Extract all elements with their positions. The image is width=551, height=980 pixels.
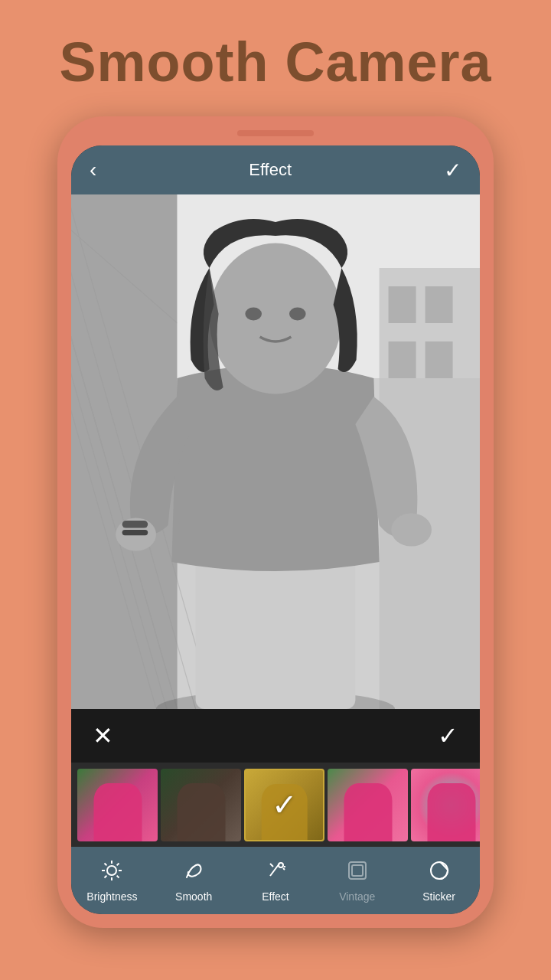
svg-line-36 xyxy=(270,864,273,867)
svg-rect-15 xyxy=(425,341,453,378)
filter-thumb-4[interactable] xyxy=(328,769,408,841)
nav-label-sticker: Sticker xyxy=(422,890,455,903)
thumb-person-2 xyxy=(177,783,225,841)
svg-point-21 xyxy=(210,243,342,394)
back-button[interactable]: ‹ xyxy=(90,158,96,182)
svg-line-32 xyxy=(117,875,119,877)
active-filter-check: ✓ xyxy=(272,787,298,822)
svg-point-22 xyxy=(245,308,262,321)
photo xyxy=(71,194,480,709)
nav-item-brightness[interactable]: Brightness xyxy=(81,859,142,903)
svg-point-26 xyxy=(107,866,116,875)
svg-line-31 xyxy=(105,863,107,865)
phone-screen: ‹ Effect ✓ xyxy=(71,145,480,914)
nav-label-brightness: Brightness xyxy=(86,890,137,903)
brightness-icon xyxy=(100,859,123,887)
svg-rect-25 xyxy=(122,530,148,535)
top-bar-title: Effect xyxy=(249,160,292,180)
confirm-button[interactable]: ✓ xyxy=(438,721,458,750)
svg-line-34 xyxy=(105,875,107,877)
filter-thumb-3[interactable]: ✓ xyxy=(244,769,324,841)
photo-person xyxy=(71,194,480,709)
svg-line-33 xyxy=(117,863,119,865)
svg-point-37 xyxy=(279,863,283,867)
nav-label-effect: Effect xyxy=(262,890,289,903)
nav-item-sticker[interactable]: Sticker xyxy=(409,859,470,903)
thumb-person-4 xyxy=(344,783,392,841)
sticker-icon xyxy=(428,859,451,887)
nav-item-smooth[interactable]: Smooth xyxy=(163,859,224,903)
svg-rect-24 xyxy=(122,521,148,528)
svg-rect-41 xyxy=(352,865,363,876)
nav-label-smooth: Smooth xyxy=(175,890,212,903)
nav-label-vintage: Vintage xyxy=(339,890,375,903)
filter-thumb-5[interactable] xyxy=(411,769,480,841)
svg-line-38 xyxy=(283,868,285,870)
filter-strip: ✓ xyxy=(71,763,480,847)
svg-rect-14 xyxy=(389,341,416,378)
effect-icon xyxy=(264,859,287,887)
filter-thumb-1[interactable] xyxy=(77,769,158,841)
bottom-nav: Brightness Smooth xyxy=(71,847,480,914)
thumb-person-1 xyxy=(93,783,142,841)
svg-point-23 xyxy=(289,308,306,321)
filter-thumb-2[interactable] xyxy=(161,769,241,841)
nav-item-vintage[interactable]: Vintage xyxy=(327,859,388,903)
action-bar: ✕ ✓ xyxy=(71,709,480,763)
image-area xyxy=(71,194,480,709)
svg-rect-12 xyxy=(389,286,416,323)
vintage-icon xyxy=(346,859,369,887)
cancel-button[interactable]: ✕ xyxy=(93,721,113,750)
svg-point-19 xyxy=(391,513,432,546)
nav-item-effect[interactable]: Effect xyxy=(245,859,306,903)
phone-notch xyxy=(237,130,314,136)
app-title: Smooth Camera xyxy=(59,31,491,93)
confirm-button-top[interactable]: ✓ xyxy=(444,158,461,183)
smooth-icon xyxy=(182,859,205,887)
thumb-person-5 xyxy=(427,783,475,841)
top-bar: ‹ Effect ✓ xyxy=(71,145,480,194)
svg-rect-13 xyxy=(425,286,453,323)
phone-frame: ‹ Effect ✓ xyxy=(57,116,494,928)
